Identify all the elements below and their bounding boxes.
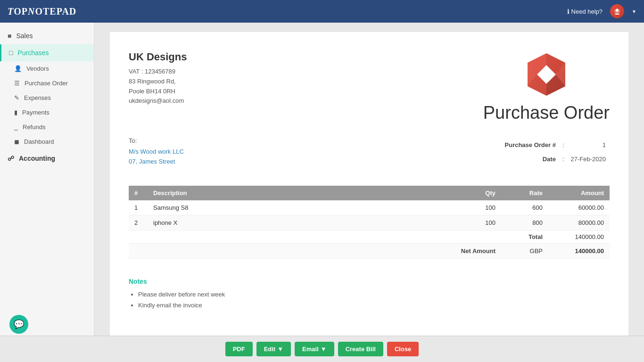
company-address1: 83 Ringwood Rd,	[129, 77, 187, 87]
date-value: 27-Feb-2020	[568, 152, 609, 165]
document-card: UK Designs VAT : 123456789 83 Ringwood R…	[110, 32, 628, 336]
row2-num: 2	[129, 215, 148, 230]
close-button[interactable]: Close	[387, 342, 419, 356]
vendors-label: Vendors	[26, 65, 49, 72]
help-circle-icon: ℹ	[567, 8, 570, 15]
col-header-num: #	[129, 186, 148, 200]
col-header-rate: Rate	[501, 186, 548, 200]
document-title: Purchase Order	[483, 103, 610, 123]
company-info: UK Designs VAT : 123456789 83 Ringwood R…	[129, 51, 187, 106]
col-header-description: Description	[148, 186, 454, 200]
col-header-amount: Amount	[548, 186, 610, 200]
notes-list: Please deliver before next week Kindly e…	[129, 289, 610, 311]
date-colon: :	[560, 152, 567, 165]
sidebar-item-vendors[interactable]: 👤 Vendors	[0, 61, 94, 76]
net-amount-row: Net Amount GBP 140000.00	[129, 243, 610, 258]
net-amount-currency: GBP	[501, 243, 548, 258]
sales-icon: ■	[8, 32, 11, 40]
sidebar-item-accounting[interactable]: ☍ Accounting	[0, 149, 94, 165]
sidebar-item-expenses[interactable]: ✎ Expenses	[0, 90, 94, 105]
chevron-down-icon[interactable]: ▼	[632, 9, 636, 14]
purchases-icon: □	[9, 49, 13, 57]
table-row: 2 iphone X 100 800 80000.00	[129, 215, 610, 230]
note-item: Please deliver before next week	[138, 289, 610, 300]
po-number-label: Purchase Order #	[502, 138, 559, 151]
email-chevron-icon: ▼	[321, 346, 327, 353]
row1-description: Samsung S8	[148, 200, 454, 215]
sidebar-sales-label: Sales	[16, 32, 33, 40]
vendor-address: 07, James Street	[129, 157, 184, 167]
notes-section: Notes Please deliver before next week Ki…	[129, 278, 610, 311]
payments-label: Payments	[22, 109, 50, 116]
company-name: UK Designs	[129, 51, 187, 63]
row2-qty: 100	[454, 215, 501, 230]
note-item: Kindly email the invoice	[138, 300, 610, 311]
refunds-label: Refunds	[23, 123, 45, 131]
total-value: 140000.00	[548, 230, 610, 243]
sidebar-item-purchase-order[interactable]: ☰ Purchase Order	[0, 76, 94, 90]
refunds-icon: ⎯	[14, 123, 18, 131]
date-label: Date	[502, 152, 559, 165]
total-row: Total 140000.00	[129, 230, 610, 243]
create-bill-button[interactable]: Create Bill	[338, 342, 383, 356]
accounting-icon: ☍	[8, 155, 14, 162]
table-row: 1 Samsung S8 100 600 60000.00	[129, 200, 610, 215]
row1-num: 1	[129, 200, 148, 215]
purchase-order-icon: ☰	[14, 80, 20, 87]
net-amount-value: 140000.00	[548, 243, 610, 258]
net-amount-label: Net Amount	[454, 243, 501, 258]
po-title-area: Purchase Order	[483, 98, 610, 123]
row2-rate: 800	[501, 215, 548, 230]
row1-rate: 600	[501, 200, 548, 215]
sidebar-item-sales[interactable]: ■ Sales	[0, 27, 94, 44]
email-label: Email	[302, 346, 319, 353]
sidebar-item-dashboard[interactable]: ◼ Dashboard	[0, 134, 94, 149]
header-right: ℹ Need help? ▼	[567, 4, 636, 18]
need-help-button[interactable]: ℹ Need help?	[567, 8, 603, 15]
row1-amount: 60000.00	[548, 200, 610, 215]
user-avatar-icon[interactable]	[610, 4, 624, 18]
edit-chevron-icon: ▼	[277, 346, 283, 353]
edit-label: Edit	[264, 346, 276, 353]
dashboard-icon: ◼	[14, 138, 19, 145]
company-logo-icon	[523, 51, 570, 98]
pdf-button[interactable]: PDF	[225, 342, 253, 356]
app-header: TOPNOTEPAD ℹ Need help? ▼	[0, 0, 644, 23]
svg-rect-1	[616, 9, 619, 12]
sidebar-purchases-label: Purchases	[17, 49, 49, 57]
company-logo-area: Purchase Order	[483, 51, 610, 123]
po-number-colon: :	[560, 138, 567, 151]
sidebar-item-purchases[interactable]: □ Purchases	[0, 44, 94, 61]
chat-bubble[interactable]: 💬	[9, 315, 28, 334]
edit-button[interactable]: Edit ▼	[256, 342, 291, 356]
sidebar: ■ Sales □ Purchases 👤 Vendors ☰ Purchase…	[0, 23, 94, 336]
row1-qty: 100	[454, 200, 501, 215]
app-logo: TOPNOTEPAD	[8, 6, 76, 17]
company-header: UK Designs VAT : 123456789 83 Ringwood R…	[129, 51, 610, 123]
sidebar-item-refunds[interactable]: ⎯ Refunds	[0, 120, 94, 134]
po-meta: Purchase Order # : 1 Date : 27-Feb-2020	[501, 137, 610, 167]
email-button[interactable]: Email ▼	[295, 342, 334, 356]
company-vat: VAT : 123456789	[129, 67, 187, 77]
to-meta-section: To: M/s Wood work LLC 07, James Street P…	[129, 137, 610, 176]
payments-icon: ▮	[14, 109, 17, 116]
items-table: # Description Qty Rate Amount 1 Samsung …	[129, 186, 610, 259]
main-content: UK Designs VAT : 123456789 83 Ringwood R…	[94, 23, 644, 336]
dashboard-label: Dashboard	[24, 138, 54, 145]
purchase-order-label: Purchase Order	[25, 80, 68, 87]
sidebar-item-payments[interactable]: ▮ Payments	[0, 105, 94, 120]
col-header-qty: Qty	[454, 186, 501, 200]
expenses-icon: ✎	[14, 94, 19, 101]
notes-title: Notes	[129, 278, 610, 285]
company-email: ukdesigns@aol.com	[129, 96, 187, 106]
vendor-name: M/s Wood work LLC	[129, 147, 184, 157]
vendors-icon: 👤	[14, 65, 22, 72]
to-section: To: M/s Wood work LLC 07, James Street	[129, 137, 184, 167]
bottom-toolbar: PDF Edit ▼ Email ▼ Create Bill Close	[0, 336, 644, 362]
po-number-value: 1	[568, 138, 609, 151]
company-address2: Poole BH14 0RH	[129, 87, 187, 97]
total-label: Total	[501, 230, 548, 243]
po-meta-table: Purchase Order # : 1 Date : 27-Feb-2020	[501, 137, 610, 167]
need-help-label: Need help?	[571, 8, 603, 15]
row2-amount: 80000.00	[548, 215, 610, 230]
